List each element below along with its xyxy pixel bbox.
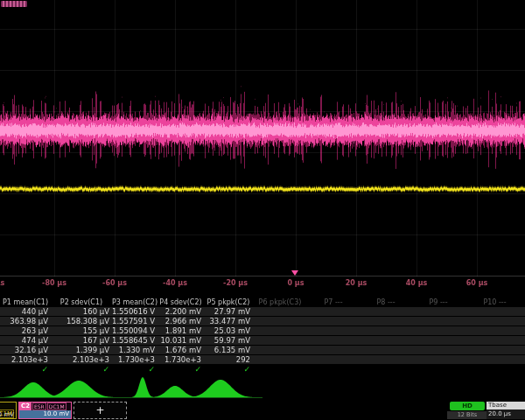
time-tick-label: -40 µs: [163, 279, 187, 287]
measure-value-cell: [465, 336, 525, 345]
status-check-icon: [253, 365, 307, 374]
measure-value-cell: 6.135 mV: [204, 346, 253, 354]
measure-value-cell: [253, 346, 307, 354]
measure-value-cell: 263 µV: [0, 326, 51, 335]
parameter-header[interactable]: P8 ---: [360, 298, 412, 307]
parameter-header[interactable]: P4 sdev(C2): [158, 298, 204, 307]
status-check-icon: ✓: [158, 365, 204, 374]
measure-value-cell: 2.103e+3: [0, 355, 51, 364]
measure-value-cell: 33.477 mV: [204, 317, 253, 326]
measure-value-cell: 2.966 mV: [158, 317, 204, 326]
measure-value-row: 2.103e+32.103e+31.730e+31.730e+3292: [0, 355, 525, 364]
measure-value-cell: 1.730e+3: [112, 355, 158, 364]
measure-value-cell: [465, 346, 525, 354]
channel-c1-descriptor[interactable]: DC1M 0 mV: [0, 402, 17, 419]
measure-value-cell: 10.031 mV: [158, 336, 204, 345]
measure-value-cell: 32.16 µV: [0, 346, 51, 354]
plus-icon: +: [95, 404, 104, 416]
time-tick-label: -20 µs: [223, 279, 248, 287]
hd-mode-button[interactable]: HD: [450, 402, 485, 410]
c2-coupling-badge: DC1M: [47, 402, 66, 410]
measure-status-row: ✓✓✓✓✓: [0, 365, 525, 374]
status-check-icon: [360, 365, 412, 374]
parameter-histicons: [0, 376, 525, 400]
time-tick-label: -60 µs: [102, 279, 127, 287]
measure-value-cell: [307, 346, 360, 354]
measure-value-row: 263 µV155 µV1.550094 V1.891 mV25.03 mV: [0, 326, 525, 335]
timebase-title: Tbase: [486, 402, 525, 410]
measure-value-cell: [465, 355, 525, 364]
time-tick-label: 20 µs: [346, 279, 368, 287]
status-check-icon: ✓: [51, 365, 112, 374]
add-trace-button[interactable]: +: [74, 402, 127, 419]
measure-value-cell: 440 µV: [0, 307, 51, 316]
status-check-icon: [465, 365, 525, 374]
measure-value-cell: 59.97 mV: [204, 336, 253, 345]
hd-label: HD: [462, 402, 472, 410]
measure-value-cell: [465, 317, 525, 326]
measure-value-cell: 2.103e+3: [51, 355, 112, 364]
measure-value-cell: [360, 317, 412, 326]
c2-esr-badge: ESR: [32, 402, 46, 410]
channel-c2-descriptor[interactable]: C2 ESR DC1M 10.0 mV: [18, 402, 72, 419]
trigger-position-marker[interactable]: [291, 270, 298, 276]
measure-value-cell: 1.676 mV: [158, 346, 204, 354]
measure-value-cell: 1.399 µV: [51, 346, 112, 354]
measure-value-cell: [412, 336, 465, 345]
measure-value-cell: [253, 355, 307, 364]
measure-value-cell: 25.03 mV: [204, 326, 253, 335]
measure-value-cell: [253, 326, 307, 335]
measure-value-row: 363.98 µV158.308 µV1.557591 V2.966 mV33.…: [0, 317, 525, 326]
c2-vertical-scale: 10.0 mV: [19, 410, 71, 418]
measure-value-cell: [412, 346, 465, 354]
measure-value-cell: 155 µV: [51, 326, 112, 335]
parameter-header[interactable]: P1 mean(C1): [0, 298, 51, 307]
measure-value-cell: 27.97 mV: [204, 307, 253, 316]
time-tick-label: 00 µs: [0, 279, 4, 287]
measure-value-row: 474 µV167 µV1.558645 V10.031 mV59.97 mV: [0, 336, 525, 345]
measure-value-cell: 1.891 mV: [158, 326, 204, 335]
measure-value-cell: 1.330 mV: [112, 346, 158, 354]
measure-value-cell: 363.98 µV: [0, 317, 51, 326]
measure-value-row: 32.16 µV1.399 µV1.330 mV1.676 mV6.135 mV: [0, 346, 525, 354]
measure-value-cell: [253, 307, 307, 316]
measure-value-cell: [360, 355, 412, 364]
waveform-plot[interactable]: [0, 0, 525, 278]
status-check-icon: ✓: [112, 365, 158, 374]
parameter-header[interactable]: P3 mean(C2): [112, 298, 158, 307]
time-tick-label: 60 µs: [466, 279, 488, 287]
measure-value-row: 440 µV160 µV1.550616 V2.200 mV27.97 mV: [0, 307, 525, 316]
timebase-descriptor[interactable]: Tbase 20.0 µs: [486, 402, 525, 419]
measure-value-cell: 167 µV: [51, 336, 112, 345]
status-check-icon: [307, 365, 360, 374]
status-check-icon: [412, 365, 465, 374]
measure-value-cell: 1.550616 V: [112, 307, 158, 316]
parameter-header[interactable]: P9 ---: [412, 298, 465, 307]
measure-value-cell: 1.730e+3: [158, 355, 204, 364]
parameter-header[interactable]: P2 sdev(C1): [51, 298, 112, 307]
parameter-header[interactable]: P6 pkpk(C3): [253, 298, 307, 307]
measure-value-cell: [412, 326, 465, 335]
measure-value-cell: [360, 346, 412, 354]
measure-value-cell: 1.558645 V: [112, 336, 158, 345]
parameter-header[interactable]: P7 ---: [307, 298, 360, 307]
parameter-header[interactable]: P5 pkpk(C2): [204, 298, 253, 307]
measure-value-cell: [412, 317, 465, 326]
measure-value-cell: [307, 336, 360, 345]
measure-value-cell: 292: [204, 355, 253, 364]
parameter-header[interactable]: P10 ---: [465, 298, 525, 307]
measure-header-row: P1 mean(C1)P2 sdev(C1)P3 mean(C2)P4 sdev…: [0, 298, 525, 307]
measure-value-cell: 2.200 mV: [158, 307, 204, 316]
measure-value-cell: [307, 307, 360, 316]
c1-vertical-scale: 0 mV: [0, 410, 16, 419]
measure-value-cell: [253, 317, 307, 326]
trace-annotation-badge: [1, 1, 27, 7]
measure-value-cell: [253, 336, 307, 345]
measure-value-cell: [412, 307, 465, 316]
status-check-icon: ✓: [204, 365, 253, 374]
measure-value-cell: 1.557591 V: [112, 317, 158, 326]
hd-bits-label: 12 Bits: [447, 411, 487, 419]
time-tick-label: 0 µs: [288, 279, 304, 287]
measure-value-cell: [307, 326, 360, 335]
measure-value-cell: 158.308 µV: [51, 317, 112, 326]
